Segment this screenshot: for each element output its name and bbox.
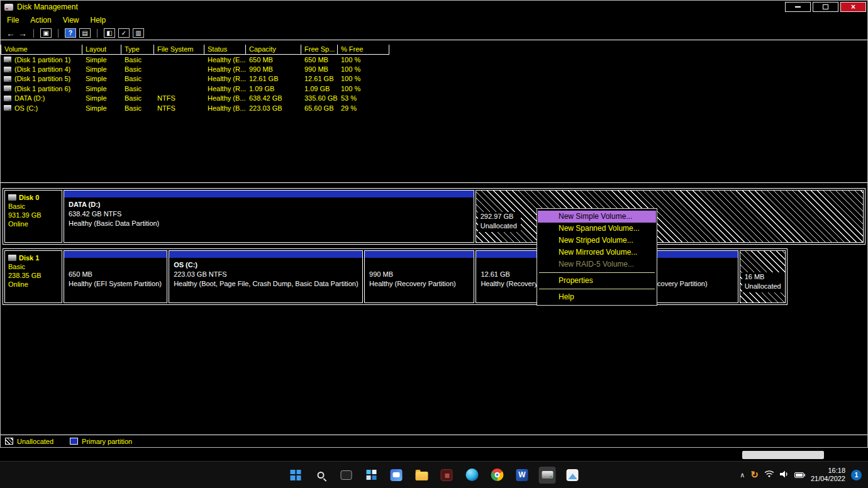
cell-fs: NTFS <box>154 94 204 102</box>
disk-1-label[interactable]: Disk 1 Basic 238.35 GB Online <box>4 250 62 303</box>
context-menu: New Simple Volume... New Spanned Volume.… <box>537 208 657 306</box>
battery-icon[interactable] <box>794 469 805 480</box>
cell-type: Basic <box>121 94 154 102</box>
minimize-button[interactable] <box>785 2 811 12</box>
volume-name: (Disk 1 partition 5) <box>14 75 70 82</box>
context-menu-item-new-spanned-volume[interactable]: New Spanned Volume... <box>538 223 656 235</box>
column-header-file-system[interactable]: File System <box>154 45 204 55</box>
partition-data-d[interactable]: DATA (D:) 638.42 GB NTFS Healthy (Basic … <box>64 190 474 243</box>
menu-bar: File Action View Help <box>1 13 867 26</box>
partition-status: Healthy (Boot, Page File, Crash Dump, Ba… <box>174 279 358 289</box>
table-row[interactable]: (Disk 1 partition 4) Simple Basic Health… <box>1 64 867 74</box>
partition-recovery-990mb[interactable]: 990 MB Healthy (Recovery Partition) <box>364 250 474 303</box>
volume-name: (Disk 1 partition 4) <box>14 65 70 73</box>
disk-size: 931.39 GB <box>8 211 58 219</box>
widgets-button[interactable] <box>363 467 380 484</box>
cell-pct: 100 % <box>338 56 389 64</box>
disk-management-taskbar-button[interactable] <box>539 467 556 484</box>
column-header-volume[interactable]: Volume <box>1 45 82 55</box>
context-menu-item-new-mirrored-volume[interactable]: New Mirrored Volume... <box>538 247 656 258</box>
tray-chevron-icon[interactable]: ∧ <box>740 471 745 479</box>
menu-item-view[interactable]: View <box>63 16 79 25</box>
close-button[interactable]: × <box>840 2 866 12</box>
drive-tool-icon[interactable]: ▥ <box>133 28 144 38</box>
app-maroon-button[interactable] <box>438 467 455 484</box>
cell-pct: 100 % <box>338 65 389 73</box>
cell-status: Healthy (R... <box>204 75 246 82</box>
toolbar-separator <box>58 29 58 38</box>
column-header-layout[interactable]: Layout <box>82 45 121 55</box>
task-view-button[interactable] <box>338 467 355 484</box>
graphical-view: Disk 0 Basic 931.39 GB Online DATA (D:) … <box>1 183 867 435</box>
file-explorer-button[interactable] <box>413 467 430 484</box>
cell-status: Healthy (R... <box>204 85 246 92</box>
disk-type: Basic <box>8 262 58 271</box>
cell-free: 650 MB <box>301 56 338 64</box>
cell-status: Healthy (R... <box>204 65 246 73</box>
sync-icon[interactable]: ↻ <box>750 469 759 480</box>
column-header-status[interactable]: Status <box>204 45 246 55</box>
callout-icon[interactable]: ◧ <box>104 28 115 38</box>
word-button[interactable]: W <box>514 467 531 484</box>
cell-capacity: 223.03 GB <box>246 104 301 112</box>
unallocated-region[interactable]: 292.97 GB Unallocated <box>476 190 864 243</box>
search-button[interactable] <box>313 467 330 484</box>
volume-icon <box>4 105 11 111</box>
properties-icon[interactable]: ▤ <box>79 28 91 38</box>
primary-partition-bar <box>169 251 362 258</box>
column-header-free-space[interactable]: Free Sp... <box>301 45 338 55</box>
clock[interactable]: 16:18 21/04/2022 <box>811 467 845 483</box>
cell-capacity: 12.61 GB <box>246 75 301 82</box>
unallocated-size: 16 MB <box>745 272 781 282</box>
partition-efi[interactable]: 650 MB Healthy (EFI System Partition) <box>64 250 167 303</box>
table-row[interactable]: DATA (D:) Simple Basic NTFS Healthy (B..… <box>1 94 867 103</box>
primary-partition-bar <box>64 191 474 198</box>
context-menu-item-help[interactable]: Help <box>538 291 656 303</box>
partition-os-c[interactable]: OS (C:) 223.03 GB NTFS Healthy (Boot, Pa… <box>169 250 363 303</box>
table-row[interactable]: (Disk 1 partition 5) Simple Basic Health… <box>1 74 867 84</box>
cell-free: 12.61 GB <box>301 75 338 82</box>
primary-partition-bar <box>365 251 474 258</box>
context-menu-item-new-striped-volume[interactable]: New Striped Volume... <box>538 235 656 247</box>
wifi-icon[interactable] <box>764 469 774 480</box>
cell-layout: Simple <box>82 65 121 73</box>
menu-item-file[interactable]: File <box>7 16 19 25</box>
disk-name: Disk 1 <box>19 253 39 262</box>
table-row[interactable]: (Disk 1 partition 6) Simple Basic Health… <box>1 84 867 93</box>
edge-button[interactable] <box>464 467 481 484</box>
menu-item-help[interactable]: Help <box>91 16 106 25</box>
forward-icon[interactable]: → <box>18 29 27 38</box>
column-header-capacity[interactable]: Capacity <box>246 45 301 55</box>
chrome-button[interactable] <box>489 467 506 484</box>
cell-layout: Simple <box>82 85 121 92</box>
taskbar: W ∧ ↻ 16:18 21/04/2022 1 <box>0 461 868 488</box>
partition-size: 990 MB <box>369 270 469 279</box>
column-header-pct-free[interactable]: % Free <box>338 45 389 55</box>
photos-button[interactable] <box>564 467 581 484</box>
start-button[interactable] <box>287 467 304 484</box>
title-bar: Disk Management × <box>1 1 867 13</box>
volume-speaker-icon[interactable] <box>780 469 789 480</box>
close-icon: × <box>851 3 855 11</box>
table-row[interactable]: OS (C:) Simple Basic NTFS Healthy (B... … <box>1 103 867 113</box>
back-icon[interactable]: ← <box>6 29 15 38</box>
chat-icon <box>391 469 403 481</box>
table-row[interactable]: (Disk 1 partition 1) Simple Basic Health… <box>1 55 867 64</box>
cell-type: Basic <box>121 104 154 112</box>
toolbar-separator <box>33 29 34 38</box>
cell-capacity: 650 MB <box>246 56 301 64</box>
context-menu-item-properties[interactable]: Properties <box>538 275 656 287</box>
volume-icon <box>4 67 11 72</box>
disk-0-label[interactable]: Disk 0 Basic 931.39 GB Online <box>4 190 62 243</box>
partition-status: Healthy (Recovery Partition) <box>369 279 469 289</box>
check-icon[interactable]: ✓ <box>118 28 130 38</box>
context-menu-item-new-simple-volume[interactable]: New Simple Volume... <box>538 211 656 223</box>
chat-button[interactable] <box>388 467 405 484</box>
unallocated-region-16mb[interactable]: 16 MB Unallocated <box>740 250 786 303</box>
console-tree-icon[interactable]: ▣ <box>40 28 52 38</box>
maximize-button[interactable] <box>813 2 838 12</box>
column-header-type[interactable]: Type <box>121 45 154 55</box>
notification-badge[interactable]: 1 <box>851 470 862 480</box>
menu-item-action[interactable]: Action <box>30 16 51 25</box>
help-icon[interactable]: ? <box>65 28 76 38</box>
